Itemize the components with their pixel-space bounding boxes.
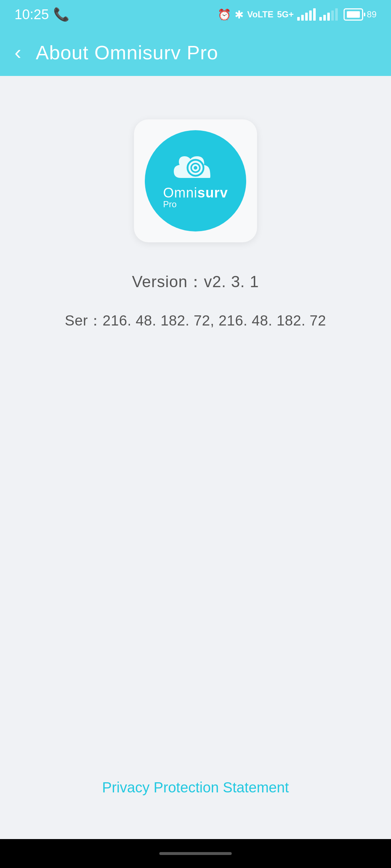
battery-percent: 89 — [367, 9, 377, 20]
header: ‹ About Omnisurv Pro — [0, 29, 391, 76]
svg-point-2 — [194, 166, 197, 170]
main-content: Omnisurv Pro Version：v2. 3. 1 Ser：216. 4… — [0, 76, 391, 839]
status-right: ⏰ ✱ VoLTE 5G+ 89 — [218, 8, 377, 21]
bottom-bar — [0, 839, 391, 868]
volte-icon: VoLTE — [247, 9, 273, 20]
logo-pro-text: Pro — [163, 199, 228, 209]
logo-bold-text: surv — [197, 185, 228, 200]
battery-fill — [347, 11, 360, 18]
alarm-icon: ⏰ — [218, 8, 231, 21]
server-text: Ser：216. 48. 182. 72, 216. 48. 182. 72 — [65, 311, 326, 331]
status-time: 10:25 — [14, 7, 49, 22]
privacy-link[interactable]: Privacy Protection Statement — [102, 779, 289, 796]
status-left: 10:25 📞 — [14, 7, 70, 22]
cloud-camera-icon — [170, 153, 221, 189]
phone-icon: 📞 — [53, 7, 70, 22]
battery-container: 89 — [344, 8, 377, 21]
back-button[interactable]: ‹ — [14, 42, 21, 63]
app-logo-circle: Omnisurv Pro — [145, 130, 246, 231]
header-title: About Omnisurv Pro — [36, 41, 218, 64]
5g-icon: 5G+ — [277, 9, 294, 20]
home-indicator — [159, 852, 232, 855]
status-bar: 10:25 📞 ⏰ ✱ VoLTE 5G+ — [0, 0, 391, 29]
logo-brand-text: Omnisurv — [163, 185, 228, 201]
logo-text-container: Omnisurv Pro — [163, 185, 228, 209]
battery-tip — [364, 13, 365, 16]
signal-bars-1 — [297, 8, 316, 21]
app-logo-container: Omnisurv Pro — [134, 119, 257, 242]
version-text: Version：v2. 3. 1 — [132, 271, 259, 293]
bluetooth-icon: ✱ — [235, 8, 244, 21]
battery-icon — [344, 8, 363, 21]
signal-bars-2 — [319, 8, 338, 21]
